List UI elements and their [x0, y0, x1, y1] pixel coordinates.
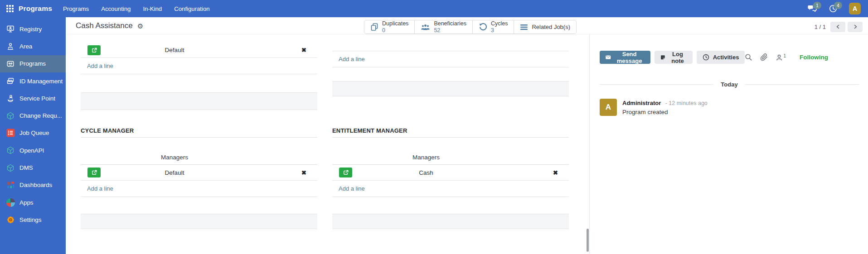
- related-jobs-icon: [520, 24, 528, 30]
- settings-icon: [6, 215, 15, 224]
- table-row[interactable]: Default ✖: [81, 34, 317, 58]
- manager-name[interactable]: Default: [109, 47, 240, 53]
- following-button[interactable]: Following: [800, 54, 828, 61]
- sidebar-item-id-management[interactable]: ID Management: [0, 72, 66, 90]
- stat-label: Duplicates: [382, 20, 408, 27]
- empty-row: [332, 214, 569, 229]
- pager-next-button[interactable]: [848, 22, 863, 32]
- delete-row-button[interactable]: ✖: [291, 169, 317, 176]
- column-header-managers[interactable]: Managers: [109, 154, 240, 161]
- activities-button[interactable]: 4: [828, 4, 838, 14]
- cycles-icon: [479, 23, 487, 31]
- sidebar-item-job-queue[interactable]: Job Queue: [0, 125, 66, 142]
- menu-configuration[interactable]: Configuration: [174, 5, 209, 12]
- log-note-button[interactable]: Log note: [655, 51, 693, 64]
- manager-name[interactable]: Default: [109, 169, 240, 176]
- open-record-button[interactable]: [339, 168, 352, 177]
- delete-row-button[interactable]: ✖: [543, 169, 569, 176]
- empty-row: [81, 93, 317, 110]
- pager-previous-button[interactable]: [830, 22, 845, 32]
- activities-button-chatter[interactable]: Activities: [697, 51, 745, 64]
- beneficiaries-icon: [421, 23, 430, 31]
- manager-name[interactable]: Cash: [360, 169, 492, 176]
- id-management-icon: [6, 77, 15, 86]
- add-a-line-row: Add a line: [332, 51, 569, 67]
- duplicates-button[interactable]: Duplicates 0: [364, 20, 415, 34]
- sidebar-item-label: ID Management: [19, 78, 63, 85]
- chatter-message: A Administrator - 12 minutes ago Program…: [600, 99, 859, 116]
- search-messages-button[interactable]: [745, 53, 752, 61]
- empty-row: [332, 197, 569, 214]
- sidebar-item-dms[interactable]: DMS: [0, 159, 66, 176]
- follower-person-icon: [776, 54, 783, 61]
- settings-gear-icon[interactable]: ⚙: [137, 23, 143, 29]
- menu-accounting[interactable]: Accounting: [101, 5, 131, 12]
- form-column-left: Default ✖ Add a line CYCLE MANAGER Manag…: [81, 34, 317, 110]
- add-a-line-link[interactable]: Add a line: [87, 62, 113, 69]
- log-note-label: Log note: [669, 51, 686, 64]
- paperclip-icon: [760, 53, 768, 61]
- sidebar-item-area[interactable]: Area: [0, 38, 66, 55]
- vertical-scrollbar[interactable]: [587, 229, 589, 252]
- form-column-right: Add a line ENTITLEMENT MANAGER Managers: [332, 34, 569, 96]
- note-icon: [660, 54, 665, 61]
- cube-icon: [6, 146, 15, 155]
- empty-row: [81, 214, 317, 229]
- sidebar-item-settings[interactable]: Settings: [0, 211, 66, 228]
- cube-icon: [6, 111, 15, 120]
- beneficiaries-button[interactable]: Beneficiaries 52: [415, 20, 473, 34]
- sidebar-item-label: Programs: [19, 60, 46, 67]
- user-avatar[interactable]: A: [849, 3, 861, 14]
- sidebar-item-service-point[interactable]: Service Point: [0, 90, 66, 107]
- apps-grid-icon[interactable]: [6, 5, 14, 12]
- open-record-button[interactable]: [87, 168, 101, 177]
- add-a-line-link[interactable]: Add a line: [87, 185, 113, 192]
- external-link-icon: [343, 169, 349, 176]
- menu-programs[interactable]: Programs: [63, 5, 89, 12]
- empty-row: [81, 197, 317, 214]
- programs-icon: [6, 59, 15, 68]
- add-a-line-link[interactable]: Add a line: [339, 185, 365, 192]
- menu-in-kind[interactable]: In-Kind: [143, 5, 162, 12]
- apps-icon: [6, 198, 15, 207]
- cube-icon: [6, 163, 15, 173]
- app-name[interactable]: Programs: [19, 5, 52, 13]
- sidebar-item-label: Area: [19, 43, 32, 50]
- table-header-row: Managers: [332, 138, 569, 165]
- sidebar-item-openapi[interactable]: OpenAPI: [0, 142, 66, 159]
- related-jobs-button[interactable]: Related Job(s): [514, 20, 576, 34]
- sidebar-item-dashboards[interactable]: Dashboards: [0, 177, 66, 194]
- service-point-icon: [6, 94, 15, 103]
- activity-clock-icon: [703, 54, 709, 61]
- chevron-right-icon: [853, 24, 858, 29]
- column-header-managers[interactable]: Managers: [360, 154, 492, 161]
- chatter-panel: Send message Log note Activities: [589, 34, 868, 254]
- sidebar-item-registry[interactable]: Registry: [0, 20, 66, 38]
- sidebar-item-label: Service Point: [19, 95, 55, 102]
- managers-table: Managers Cash ✖ Add a line: [332, 138, 569, 229]
- sidebar-item-apps[interactable]: Apps: [0, 194, 66, 211]
- attachments-button[interactable]: [760, 53, 768, 61]
- empty-row: [81, 74, 317, 93]
- sidebar: Registry Area Programs: [0, 17, 66, 254]
- add-a-line-row: Add a line: [81, 181, 317, 197]
- followers-button[interactable]: 1: [776, 54, 786, 61]
- date-divider-label: Today: [721, 81, 737, 88]
- cycles-button[interactable]: Cycles 3: [473, 20, 514, 34]
- managers-table: Managers Default ✖ Add a line: [81, 138, 317, 229]
- empty-row: [332, 67, 569, 81]
- stat-value: 0: [382, 27, 385, 34]
- table-row[interactable]: Default ✖: [81, 165, 317, 181]
- delete-row-button[interactable]: ✖: [291, 47, 317, 53]
- sidebar-item-programs[interactable]: Programs: [0, 55, 66, 72]
- messages-button[interactable]: 1: [807, 4, 817, 14]
- sidebar-item-change-request[interactable]: Change Requ...: [0, 107, 66, 124]
- open-record-button[interactable]: [87, 45, 101, 55]
- add-a-line-link[interactable]: Add a line: [339, 56, 365, 62]
- duplicates-icon: [370, 23, 378, 31]
- send-message-button[interactable]: Send message: [600, 51, 650, 64]
- message-author[interactable]: Administrator: [622, 100, 661, 106]
- sidebar-item-label: Dashboards: [19, 182, 52, 188]
- avatar: A: [600, 99, 617, 116]
- table-row[interactable]: Cash ✖: [332, 165, 569, 181]
